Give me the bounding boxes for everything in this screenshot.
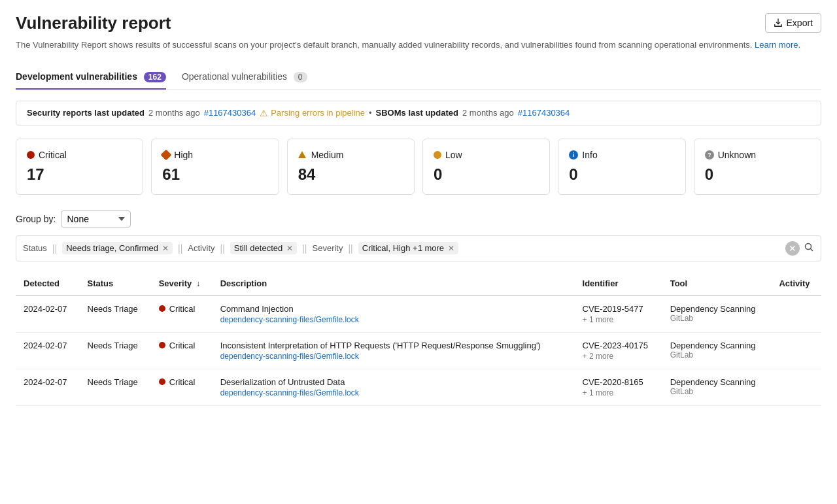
info-icon: i <box>569 150 578 160</box>
tab-ops-vulnerabilities[interactable]: Operational vulnerabilities 0 <box>182 65 307 90</box>
col-identifier: Identifier <box>575 272 662 295</box>
col-severity: Severity ↓ <box>151 272 213 295</box>
severity-filter-remove[interactable]: ✕ <box>448 244 454 253</box>
activity-filter-label: Activity <box>188 243 214 253</box>
critical-dot-icon <box>159 378 165 385</box>
col-detected: Detected <box>16 272 80 295</box>
tabs-container: Development vulnerabilities 162 Operatio… <box>16 65 821 90</box>
vuln-file-link[interactable]: dependency-scanning-files/Gemfile.lock <box>220 315 567 324</box>
activity-filter-remove[interactable]: ✕ <box>286 244 293 253</box>
page-title: Vulnerability report <box>16 13 171 33</box>
warning-badge: ⚠ Parsing errors in pipeline <box>260 108 365 118</box>
export-button[interactable]: Export <box>765 13 821 33</box>
severity-card-medium[interactable]: Medium 84 <box>287 139 415 195</box>
vulnerabilities-table: Detected Status Severity ↓ Description I… <box>16 272 821 406</box>
tab-dev-vulnerabilities[interactable]: Development vulnerabilities 162 <box>16 65 166 90</box>
cell-severity: Critical <box>151 369 213 405</box>
severity-cards: Critical 17 High 61 Medium 84 Low <box>16 139 821 195</box>
cell-identifier: CVE-2019-5477 + 1 more <box>575 295 662 333</box>
cell-severity: Critical <box>151 332 213 369</box>
severity-filter-tag[interactable]: Critical, High +1 more ✕ <box>358 242 458 254</box>
cell-description: Command Injection dependency-scanning-fi… <box>213 295 575 333</box>
cell-description: Deserialization of Untrusted Data depend… <box>213 369 575 405</box>
security-link[interactable]: #1167430364 <box>204 108 256 118</box>
cell-identifier: CVE-2023-40175 + 2 more <box>575 332 662 369</box>
critical-dot-icon <box>159 305 165 312</box>
tab-dev-badge: 162 <box>144 72 166 82</box>
cell-tool: Dependency Scanning GitLab <box>662 332 772 369</box>
cell-tool: Dependency Scanning GitLab <box>662 369 772 405</box>
cell-severity: Critical <box>151 295 213 333</box>
cell-activity <box>771 295 821 333</box>
medium-count: 84 <box>298 165 316 184</box>
filter-search-button[interactable] <box>804 242 814 254</box>
status-filter-tag[interactable]: Needs triage, Confirmed ✕ <box>62 242 173 254</box>
unknown-icon: ? <box>705 150 714 160</box>
cell-detected: 2024-02-07 <box>16 295 80 333</box>
severity-card-critical[interactable]: Critical 17 <box>16 139 143 195</box>
critical-dot-icon <box>159 342 165 348</box>
filter-actions: ✕ <box>785 241 814 256</box>
filter-bar: Status || Needs triage, Confirmed ✕ || A… <box>16 235 821 261</box>
col-tool: Tool <box>662 272 772 295</box>
severity-filter-label: Severity <box>313 243 343 253</box>
severity-card-info[interactable]: i Info 0 <box>558 139 685 195</box>
critical-icon <box>27 151 35 159</box>
severity-card-low[interactable]: Low 0 <box>422 139 550 195</box>
sbom-link[interactable]: #1167430364 <box>518 108 570 118</box>
status-filter-remove[interactable]: ✕ <box>162 244 169 253</box>
medium-icon <box>298 151 306 158</box>
vuln-file-link[interactable]: dependency-scanning-files/Gemfile.lock <box>220 352 567 361</box>
col-status: Status <box>80 272 151 295</box>
cell-detected: 2024-02-07 <box>16 369 80 405</box>
sort-icon: ↓ <box>196 279 200 288</box>
info-count: 0 <box>569 165 577 184</box>
status-filter-label: Status <box>23 243 47 253</box>
cell-status: Needs Triage <box>80 369 151 405</box>
page-description: The Vulnerability Report shows results o… <box>16 39 821 52</box>
table-row: 2024-02-07 Needs Triage Critical Deseria… <box>16 369 821 405</box>
high-icon <box>161 149 172 160</box>
table-row: 2024-02-07 Needs Triage Critical Command… <box>16 295 821 333</box>
filter-clear-button[interactable]: ✕ <box>785 241 800 256</box>
info-bar: Security reports last updated 2 months a… <box>16 101 821 126</box>
activity-filter-tag[interactable]: Still detected ✕ <box>230 242 297 254</box>
col-description: Description <box>213 272 575 295</box>
group-by-control: Group by: None Component Severity Status <box>16 210 821 227</box>
unknown-count: 0 <box>705 165 713 184</box>
cell-tool: Dependency Scanning GitLab <box>662 295 772 333</box>
filter-status-section: Status || Needs triage, Confirmed ✕ <box>23 242 173 254</box>
learn-more-link[interactable]: Learn more. <box>755 40 800 50</box>
cell-status: Needs Triage <box>80 295 151 333</box>
cell-activity <box>771 369 821 405</box>
col-activity: Activity <box>771 272 821 295</box>
severity-card-unknown[interactable]: ? Unknown 0 <box>694 139 821 195</box>
critical-count: 17 <box>27 165 44 184</box>
cell-description: Inconsistent Interpretation of HTTP Requ… <box>213 332 575 369</box>
low-count: 0 <box>434 165 442 184</box>
severity-card-high[interactable]: High 61 <box>151 139 279 195</box>
table-row: 2024-02-07 Needs Triage Critical Inconsi… <box>16 332 821 369</box>
tab-ops-badge: 0 <box>294 72 307 82</box>
filter-severity-section: Severity || Critical, High +1 more ✕ <box>313 242 459 254</box>
warning-icon: ⚠ <box>260 108 268 118</box>
low-icon <box>434 151 441 159</box>
cell-status: Needs Triage <box>80 332 151 369</box>
export-icon <box>774 18 783 27</box>
high-count: 61 <box>162 165 180 184</box>
filter-activity-section: Activity || Still detected ✕ <box>188 242 297 254</box>
cell-activity <box>771 332 821 369</box>
group-by-select[interactable]: None Component Severity Status <box>61 210 131 227</box>
cell-detected: 2024-02-07 <box>16 332 80 369</box>
vuln-file-link[interactable]: dependency-scanning-files/Gemfile.lock <box>220 388 567 397</box>
cell-identifier: CVE-2020-8165 + 1 more <box>575 369 662 405</box>
